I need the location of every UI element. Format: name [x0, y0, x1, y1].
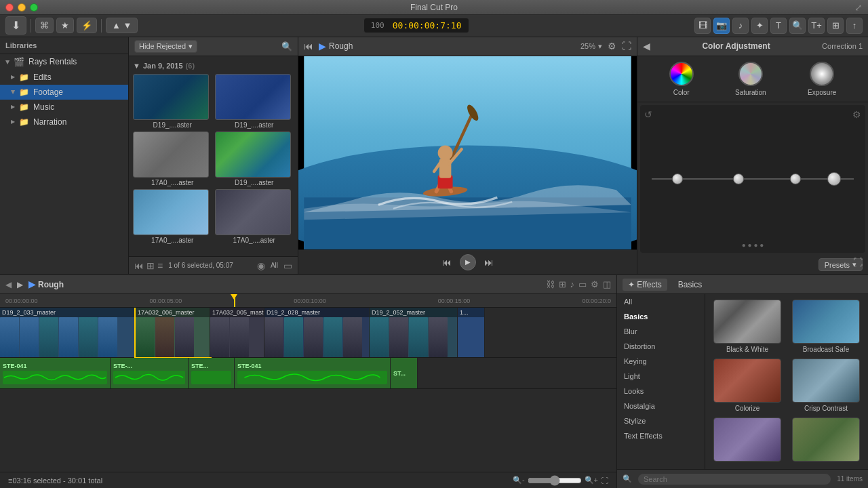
action-button[interactable]: ⚡	[77, 18, 97, 33]
expand-icon[interactable]: ⛶	[622, 41, 631, 52]
filmstrip-btn[interactable]: 🎞	[694, 18, 711, 34]
table-row[interactable]: 17A032_005_master	[210, 308, 264, 357]
range-icon[interactable]: ◫	[603, 279, 611, 289]
timeline-back-icon[interactable]: ◀	[5, 280, 12, 289]
close-button[interactable]	[5, 3, 14, 12]
camera-btn[interactable]: 📷	[713, 18, 730, 34]
filter-dropdown[interactable]: Hide Rejected ▾	[134, 40, 197, 53]
table-row[interactable]: 17A032_006_master	[136, 308, 210, 357]
effect-black-white[interactable]: Black & White	[711, 300, 784, 353]
zoom-slider[interactable]	[528, 475, 582, 486]
effect-more-2[interactable]	[789, 418, 863, 464]
rewind-icon[interactable]: ⏮	[442, 257, 452, 268]
prev-icon[interactable]: ⏮	[134, 260, 144, 271]
table-row[interactable]: STE...	[189, 358, 235, 388]
reset-icon[interactable]: ↺	[644, 109, 652, 120]
clip-icon[interactable]: ▭	[578, 279, 587, 289]
midtone-handle[interactable]	[733, 174, 744, 184]
title-btn[interactable]: T+	[808, 18, 825, 34]
category-basics[interactable]: Basics	[617, 309, 705, 324]
list-item[interactable]: 17A0_....aster	[133, 131, 212, 186]
shadow-handle[interactable]	[672, 174, 683, 184]
sidebar-item-edits[interactable]: ▶ 📁 Edits	[0, 70, 128, 85]
frame	[155, 317, 174, 357]
list-view-icon[interactable]: ≡	[157, 260, 163, 271]
settings-icon[interactable]: ⚙	[608, 41, 616, 52]
tab-effects[interactable]: ✦ Effects	[623, 279, 667, 291]
color-panel-title: Color Adjustment	[656, 41, 816, 51]
category-light[interactable]: Light	[617, 369, 705, 384]
list-item[interactable]: 17A0_....aster	[215, 189, 294, 244]
play-button[interactable]: ▶	[460, 254, 476, 270]
fit-icon[interactable]: ⛶	[601, 476, 608, 485]
list-item[interactable]: D19_....aster	[133, 74, 212, 129]
link-icon[interactable]: ⛓	[546, 279, 555, 289]
sidebar-item-narration[interactable]: ▶ 📁 Narration	[0, 115, 128, 129]
music-btn[interactable]: ♪	[732, 18, 749, 34]
effect-more-1[interactable]	[711, 418, 784, 464]
category-keying[interactable]: Keying	[617, 354, 705, 369]
zoom-in-icon[interactable]: 🔍+	[585, 476, 598, 485]
audio-icon[interactable]: ♪	[570, 279, 575, 289]
keyword-button[interactable]: ⌘	[35, 18, 54, 33]
effects-btn[interactable]: ✦	[751, 18, 768, 34]
window-controls[interactable]	[5, 3, 38, 12]
table-row[interactable]: STE-...	[111, 358, 189, 388]
highlight-handle[interactable]	[790, 174, 801, 184]
category-blur[interactable]: Blur	[617, 324, 705, 339]
sidebar-item-music[interactable]: ▶ 📁 Music	[0, 100, 128, 115]
effect-crisp-contrast[interactable]: Crisp Contrast	[789, 359, 863, 412]
category-nostalgia[interactable]: Nostalgia	[617, 399, 705, 413]
color-wheel-icon	[669, 62, 694, 86]
table-row[interactable]: D19_2_052_master	[370, 308, 458, 357]
resize-icon[interactable]: ⤢	[854, 2, 863, 13]
transform-btn[interactable]: ⊞	[827, 18, 844, 34]
category-stylize[interactable]: Stylize	[617, 413, 705, 428]
tab-basics[interactable]: Basics	[673, 279, 707, 291]
color-tab-saturation[interactable]: Saturation	[735, 62, 766, 96]
category-looks[interactable]: Looks	[617, 384, 705, 399]
fullscreen-icon[interactable]: ⛶	[853, 257, 863, 268]
table-row[interactable]: STE-041	[0, 358, 111, 388]
color-nav-back[interactable]: ◀	[643, 41, 650, 52]
sidebar-item-rays-rentals[interactable]: ▶ 🎬 Rays Rentals	[0, 54, 128, 70]
sidebar-item-footage[interactable]: ▶ 📁 Footage	[0, 85, 128, 100]
list-item[interactable]: D19_....aster	[215, 74, 294, 129]
effect-broadcast-safe[interactable]: Broadcast Safe	[789, 300, 863, 353]
snapping-icon[interactable]: ⊞	[559, 279, 566, 289]
table-row[interactable]: 1...	[458, 308, 485, 357]
list-item[interactable]: D19_....aster	[215, 131, 294, 186]
effects-search-input[interactable]	[637, 473, 831, 485]
category-text-effects[interactable]: Text Effects	[617, 428, 705, 443]
effect-colorize[interactable]: Colorize	[711, 359, 784, 412]
search-icon[interactable]: 🔍	[281, 41, 292, 52]
filmstrip-view-icon[interactable]: ▭	[283, 260, 292, 271]
import-button[interactable]: ⬇	[5, 16, 26, 35]
circle-icon[interactable]: ◉	[257, 260, 265, 271]
grid-view-icon[interactable]: ⊞	[146, 260, 155, 271]
settings-icon[interactable]: ⚙	[591, 279, 599, 289]
preview-nav-icon[interactable]: ⏮	[304, 41, 313, 52]
gear-icon[interactable]: ⚙	[852, 109, 861, 120]
category-distortion[interactable]: Distortion	[617, 339, 705, 354]
color-tab-color[interactable]: Color	[669, 62, 694, 96]
minimize-button[interactable]	[18, 3, 26, 12]
category-all[interactable]: All	[617, 294, 705, 309]
table-row[interactable]: STE-041	[235, 358, 391, 388]
color-tab-exposure[interactable]: Exposure	[808, 62, 836, 96]
zoom-out-icon[interactable]: 🔍-	[513, 476, 525, 485]
table-row[interactable]: D19_2_033_master	[0, 308, 136, 357]
maximize-button[interactable]	[30, 3, 38, 12]
timeline-forward-icon[interactable]: ▶	[17, 280, 23, 289]
list-item[interactable]: 17A0_....aster	[133, 189, 212, 244]
table-row[interactable]: D19_2_028_master	[264, 308, 370, 357]
table-row[interactable]: ST...	[391, 358, 418, 388]
star-button[interactable]: ★	[56, 18, 74, 33]
white-handle[interactable]	[827, 172, 841, 186]
select-tool[interactable]: ▲ ▼	[106, 18, 138, 33]
share-btn[interactable]: ↑	[846, 18, 863, 34]
text-btn[interactable]: T	[770, 18, 787, 34]
forward-icon[interactable]: ⏭	[484, 257, 494, 268]
search-btn[interactable]: 🔍	[789, 18, 806, 34]
category-label: Nostalgia	[624, 402, 655, 410]
